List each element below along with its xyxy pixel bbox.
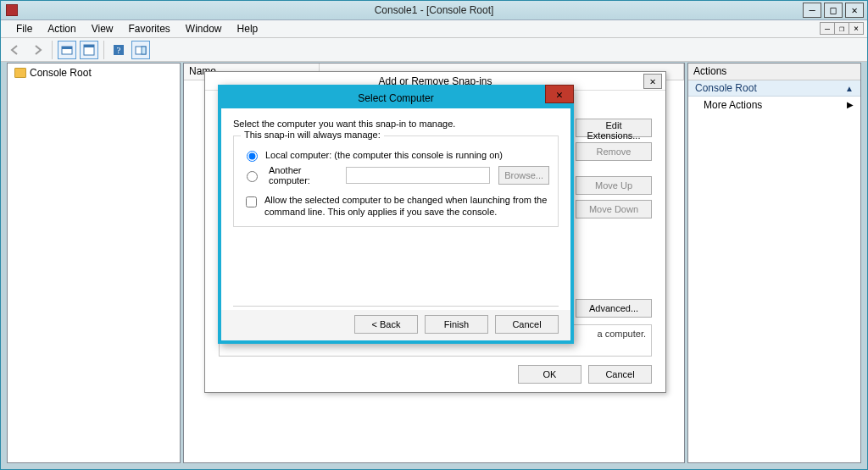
- menu-help[interactable]: Help: [231, 21, 265, 36]
- tree-pane[interactable]: Console Root: [7, 63, 181, 463]
- allow-change-label: Allow the selected computer to be change…: [264, 194, 549, 218]
- chevron-right-icon: ▶: [847, 100, 854, 109]
- tree-root-item[interactable]: Console Root: [13, 66, 175, 80]
- menu-favorites[interactable]: Favorites: [122, 21, 177, 36]
- allow-change-checkbox[interactable]: [246, 196, 257, 207]
- remove-button[interactable]: Remove: [576, 142, 652, 161]
- back-button[interactable]: < Back: [354, 315, 418, 334]
- select-title: Select Computer: [358, 92, 433, 104]
- snapins-advanced: Advanced...: [576, 299, 652, 318]
- window-title: Console1 - [Console Root]: [375, 4, 494, 16]
- separator: [52, 41, 53, 59]
- snapins-desc-fragment: a computer.: [598, 329, 646, 339]
- radio-local-computer[interactable]: [247, 151, 258, 162]
- titlebar[interactable]: Console1 - [Console Root] — □ ✕: [1, 1, 867, 20]
- export-list-button[interactable]: [80, 41, 98, 59]
- forward-button[interactable]: [28, 41, 47, 59]
- snapins-close-button[interactable]: ✕: [643, 74, 662, 89]
- radio-another-label: Another computer:: [269, 165, 337, 185]
- edit-extensions-button[interactable]: Edit Extensions...: [576, 119, 652, 137]
- menubar: File Action View Favorites Window Help –…: [1, 20, 867, 38]
- actions-pane-title: Actions: [688, 64, 860, 80]
- show-hide-tree-button[interactable]: [58, 41, 76, 59]
- menu-action[interactable]: Action: [41, 21, 82, 36]
- select-manage-group: This snap-in will always manage: Local c…: [233, 135, 559, 227]
- tree-root-label: Console Root: [30, 67, 92, 79]
- select-close-button[interactable]: ✕: [545, 85, 574, 103]
- move-down-button[interactable]: Move Down: [576, 200, 652, 218]
- cancel-button[interactable]: Cancel: [588, 365, 652, 384]
- mdi-controls: – ❐ ×: [821, 22, 864, 35]
- radio-local-label: Local computer: (the computer this conso…: [265, 150, 503, 160]
- actions-pane: Actions Console Root ▲ More Actions ▶: [687, 63, 861, 463]
- ok-button[interactable]: OK: [518, 365, 581, 384]
- finish-button[interactable]: Finish: [425, 315, 488, 334]
- actions-group-console-root[interactable]: Console Root ▲: [688, 80, 860, 97]
- folder-icon: [14, 68, 26, 78]
- mdi-minimize[interactable]: –: [820, 22, 835, 35]
- minimize-button[interactable]: —: [803, 3, 821, 18]
- svg-rect-7: [142, 47, 146, 54]
- advanced-button[interactable]: Advanced...: [576, 299, 652, 318]
- separator: [103, 41, 104, 59]
- mdi-restore[interactable]: ❐: [834, 22, 849, 35]
- snapins-side-buttons: Edit Extensions... Remove Move Up Move D…: [576, 119, 652, 218]
- cancel-button[interactable]: Cancel: [495, 315, 559, 334]
- select-footer-separator: [233, 306, 559, 307]
- menu-file[interactable]: File: [9, 21, 39, 36]
- select-computer-dialog: Select Computer ✕ Select the computer yo…: [218, 85, 574, 344]
- select-group-title: This snap-in will always manage:: [241, 130, 384, 140]
- select-footer: < Back Finish Cancel: [354, 315, 559, 334]
- mdi-close[interactable]: ×: [849, 22, 864, 35]
- chevron-up-icon: ▲: [845, 84, 854, 93]
- help-button[interactable]: ?: [109, 41, 128, 59]
- actions-more-label: More Actions: [704, 99, 762, 111]
- select-intro-text: Select the computer you want this snap-i…: [233, 119, 559, 129]
- action-pane-button[interactable]: [131, 41, 150, 59]
- select-body: Select the computer you want this snap-i…: [221, 108, 570, 310]
- window-controls: — □ ✕: [803, 3, 864, 18]
- toolbar: ?: [1, 38, 867, 62]
- snapins-bottom-buttons: OK Cancel: [518, 365, 652, 384]
- radio-another-computer[interactable]: [247, 171, 258, 182]
- actions-more[interactable]: More Actions ▶: [688, 97, 860, 113]
- move-up-button[interactable]: Move Up: [576, 176, 652, 195]
- select-titlebar[interactable]: Select Computer ✕: [221, 88, 570, 108]
- radio-another-row[interactable]: Another computer: Browse...: [242, 165, 549, 185]
- radio-local-row[interactable]: Local computer: (the computer this conso…: [242, 148, 549, 162]
- svg-rect-3: [84, 45, 94, 47]
- svg-text:?: ?: [117, 45, 121, 55]
- close-button[interactable]: ✕: [845, 3, 864, 18]
- maximize-button[interactable]: □: [824, 3, 843, 18]
- menu-window[interactable]: Window: [179, 21, 229, 36]
- mmc-app-icon: [6, 4, 18, 16]
- allow-change-row[interactable]: Allow the selected computer to be change…: [242, 194, 549, 218]
- svg-rect-1: [62, 47, 72, 49]
- browse-button[interactable]: Browse...: [498, 166, 549, 185]
- actions-group-label: Console Root: [695, 82, 757, 94]
- back-button[interactable]: [6, 41, 25, 59]
- another-computer-input[interactable]: [346, 167, 490, 184]
- menu-view[interactable]: View: [85, 21, 120, 36]
